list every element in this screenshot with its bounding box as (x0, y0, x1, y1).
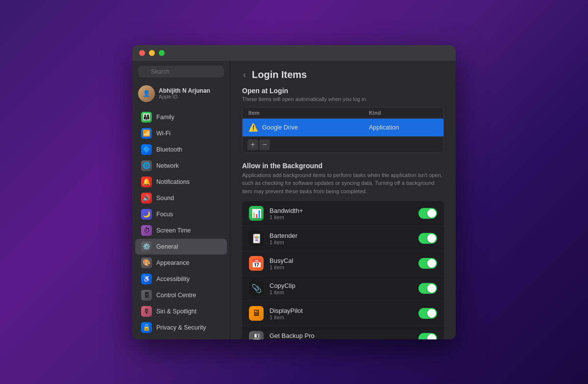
copyclip-info: CopyClip 1 item (270, 282, 413, 295)
table-row[interactable]: ⚠️ Google Drive Application (243, 119, 443, 136)
row-icon: ⚠️ (248, 123, 258, 132)
background-items-list: 📊 Bandwidth+ 1 item 🃏 Bartender 1 item 📅… (242, 201, 444, 339)
sidebar-label-screentime: Screen Time (156, 227, 191, 234)
table-header: Item Kind (243, 107, 443, 119)
col-kind-header: Kind (369, 110, 438, 116)
bg-item-getbackup[interactable]: 💾 Get Backup Pro 1 item (242, 326, 444, 339)
minimize-button[interactable] (149, 50, 155, 56)
busycal-count: 1 item (270, 264, 413, 270)
row-name: Google Drive (262, 124, 298, 131)
sidebar-item-accessibility[interactable]: ♿ Accessibility (135, 271, 227, 287)
window-body: 🔍 👤 Abhijith N Arjunan Apple ID 👨‍👩‍👧 Fa… (132, 61, 456, 339)
sidebar-label-wifi: Wi-Fi (156, 130, 171, 137)
sidebar-label-sound: Sound (156, 195, 174, 202)
allow-background-section: Allow in the Background Applications add… (242, 162, 444, 339)
remove-item-button[interactable]: − (259, 139, 270, 150)
sidebar-label-siri: Siri & Spotlight (156, 308, 196, 315)
sidebar-item-appearance[interactable]: 🎨 Appearance (135, 255, 227, 271)
sidebar-item-bluetooth[interactable]: 🔷 Bluetooth (135, 142, 227, 157)
network-icon: 🌐 (141, 160, 152, 171)
sidebar-label-focus: Focus (156, 211, 173, 218)
sidebar-item-notifications[interactable]: 🔔 Notifications (135, 174, 227, 190)
avatar: 👤 (138, 85, 155, 102)
search-wrapper: 🔍 (138, 66, 224, 77)
bluetooth-icon: 🔷 (141, 144, 152, 155)
sound-icon: 🔊 (141, 193, 152, 204)
sidebar-item-sound[interactable]: 🔊 Sound (135, 190, 227, 206)
displaypilot-app-icon: 🖥 (249, 306, 264, 321)
sidebar-item-family[interactable]: 👨‍👩‍👧 Family (135, 109, 227, 125)
search-input[interactable] (138, 66, 224, 77)
login-items-table: Item Kind ⚠️ Google Drive Application + … (242, 107, 444, 153)
sidebar-item-privacy[interactable]: 🔒 Privacy & Security (135, 320, 227, 335)
sidebar-label-privacy: Privacy & Security (156, 324, 206, 331)
col-item-header: Item (248, 110, 369, 116)
sidebar-item-network[interactable]: 🌐 Network (135, 158, 227, 174)
maximize-button[interactable] (159, 50, 165, 56)
accessibility-icon: ♿ (141, 274, 152, 284)
sidebar-item-wifi[interactable]: 📶 Wi-Fi (135, 126, 227, 141)
copyclip-app-icon: 📎 (249, 281, 264, 296)
displaypilot-toggle[interactable] (418, 308, 437, 319)
bg-item-displaypilot[interactable]: 🖥 DisplayPilot 1 item (242, 301, 444, 326)
allow-background-title: Allow in the Background (242, 162, 444, 170)
copyclip-name: CopyClip (270, 282, 413, 289)
row-item: ⚠️ Google Drive (248, 123, 369, 132)
sidebar-item-controlcentre[interactable]: 🎛 Control Centre (135, 287, 227, 303)
bg-item-bartender[interactable]: 🃏 Bartender 1 item (242, 226, 444, 251)
user-sub: Apple ID (159, 94, 210, 100)
sidebar-item-siri[interactable]: 🎙 Siri & Spotlight (135, 304, 227, 319)
open-at-login-section: Open at Login These items will open auto… (242, 87, 444, 153)
sidebar: 🔍 👤 Abhijith N Arjunan Apple ID 👨‍👩‍👧 Fa… (132, 61, 230, 339)
open-at-login-title: Open at Login (242, 87, 444, 95)
focus-icon: 🌙 (141, 209, 152, 220)
user-name: Abhijith N Arjunan (159, 87, 210, 94)
row-kind: Application (369, 124, 438, 131)
table-rows: ⚠️ Google Drive Application (243, 119, 443, 136)
family-icon: 👨‍👩‍👧 (141, 112, 152, 123)
bandwidth-name: Bandwidth+ (270, 207, 413, 214)
wifi-icon: 📶 (141, 128, 152, 139)
close-button[interactable] (139, 50, 145, 56)
bartender-count: 1 item (270, 239, 413, 245)
sidebar-item-focus[interactable]: 🌙 Focus (135, 206, 227, 222)
title-bar (132, 45, 456, 61)
notifications-icon: 🔔 (141, 177, 152, 187)
traffic-lights (139, 50, 165, 56)
bandwidth-info: Bandwidth+ 1 item (270, 207, 413, 220)
bg-item-bandwidth[interactable]: 📊 Bandwidth+ 1 item (242, 201, 444, 226)
copyclip-toggle[interactable] (418, 283, 437, 294)
avatar-image: 👤 (138, 85, 155, 102)
bartender-name: Bartender (270, 232, 413, 239)
getbackup-name: Get Backup Pro (270, 332, 413, 339)
system-preferences-window: 🔍 👤 Abhijith N Arjunan Apple ID 👨‍👩‍👧 Fa… (132, 45, 456, 339)
add-item-button[interactable]: + (247, 139, 258, 150)
sidebar-item-general[interactable]: ⚙️ General (135, 239, 227, 255)
general-icon: ⚙️ (141, 241, 152, 252)
bg-item-copyclip[interactable]: 📎 CopyClip 1 item (242, 276, 444, 301)
sidebar-label-network: Network (156, 162, 179, 169)
sidebar-label-bluetooth: Bluetooth (156, 146, 182, 153)
getbackup-app-icon: 💾 (249, 331, 264, 339)
getbackup-toggle[interactable] (418, 333, 437, 339)
appearance-icon: 🎨 (141, 257, 152, 268)
main-content: ‹ Login Items Open at Login These items … (230, 61, 456, 339)
bandwidth-count: 1 item (270, 214, 413, 220)
sidebar-label-appearance: Appearance (156, 259, 189, 266)
busycal-toggle[interactable] (418, 258, 437, 269)
sidebar-label-general: General (156, 243, 178, 250)
sidebar-label-family: Family (156, 114, 174, 121)
controlcentre-icon: 🎛 (141, 290, 152, 301)
bartender-toggle[interactable] (418, 233, 437, 244)
bandwidth-toggle[interactable] (418, 208, 437, 219)
user-profile[interactable]: 👤 Abhijith N Arjunan Apple ID (132, 82, 230, 105)
displaypilot-info: DisplayPilot 1 item (270, 307, 413, 320)
busycal-name: BusyCal (270, 257, 413, 264)
scrollable-content[interactable]: Open at Login These items will open auto… (230, 87, 456, 339)
copyclip-count: 1 item (270, 289, 413, 295)
busycal-app-icon: 📅 (249, 256, 264, 271)
sidebar-item-screentime[interactable]: ⏱ Screen Time (135, 223, 227, 238)
back-button[interactable]: ‹ (242, 69, 247, 81)
sidebar-label-notifications: Notifications (156, 179, 190, 185)
bg-item-busycal[interactable]: 📅 BusyCal 1 item (242, 251, 444, 276)
